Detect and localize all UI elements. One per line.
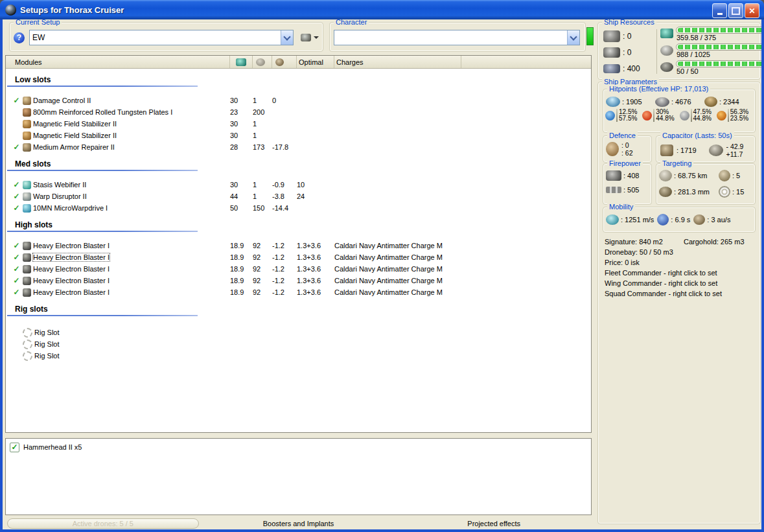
drone-list-item[interactable]: ✓ Hammerhead II x5 [10, 442, 587, 452]
module-row[interactable]: ✓Damage Control II 3010 [6, 95, 591, 106]
setup-tools-button[interactable] [298, 32, 321, 43]
em-resist-icon [605, 111, 615, 121]
pg-value: 1 [253, 120, 272, 128]
pg-value: 1 [253, 192, 272, 200]
optimal-value: 1.3+3.6 [297, 288, 334, 296]
bottom-bar: Active drones: 5 / 5 Boosters and Implan… [5, 518, 592, 529]
kinetic-resist-stat: 47.5%44.8% [680, 109, 717, 122]
cap-value: -1.2 [272, 253, 297, 261]
pg-value: 1 [253, 97, 272, 104]
pg-value: 1 [253, 181, 272, 189]
module-row[interactable]: ✓Medium Armor Repairer II 28173-17.8 [6, 141, 591, 153]
module-name: Heavy Electron Blaster I [33, 288, 110, 296]
active-drones-button[interactable]: Active drones: 5 / 5 [7, 518, 199, 529]
ship-resources-label: Ship Resources [602, 19, 656, 27]
sensor-strength-icon [719, 186, 730, 198]
module-icon [23, 97, 31, 105]
module-row[interactable]: ✓Heavy Electron Blaster I 18.992-1.21.3+… [6, 286, 591, 298]
module-row-selected[interactable]: ✓Heavy Electron Blaster I 18.992-1.21.3+… [6, 251, 591, 263]
section-title-rig-slots: Rig slots [6, 298, 591, 315]
boosters-implants-button[interactable]: Boosters and Implants [263, 520, 334, 527]
structure-hp-value: : 2344 [719, 98, 739, 106]
hitpoints-label: Hitpoints (Effective HP: 17,013) [607, 85, 710, 93]
optimal-value: 1.3+3.6 [297, 242, 334, 249]
sensor-strength-value: : 15 [732, 188, 744, 196]
targeting-group: Targeting : 68.75 km : 5 : 281.3 mm : 15 [656, 163, 756, 205]
check-icon: ✓ [12, 253, 21, 262]
combo-arrow-button[interactable] [281, 30, 293, 45]
current-setup-select[interactable]: EW [29, 30, 294, 45]
dronebay-value: 50 / 50 [677, 67, 761, 75]
shield-hp-stat: : 1905 [606, 97, 655, 107]
check-icon: ✓ [12, 264, 21, 273]
window-title: Setups for Thorax Cruiser [20, 5, 124, 15]
turret-dps-icon [606, 170, 621, 181]
combo-arrow-button[interactable] [567, 30, 579, 45]
powergrid-bar [676, 43, 761, 51]
mobility-group: Mobility : 1251 m/s : 6.9 s : 3 au/s [603, 207, 756, 233]
module-icon [23, 108, 31, 117]
firepower-group: Firepower : 408 : 505 [603, 163, 652, 205]
module-row[interactable]: Magnetic Field Stabilizer II 301 [6, 130, 591, 141]
drone-checkbox[interactable]: ✓ [10, 443, 19, 452]
squad-commander-info[interactable]: Squad Commander - right click to set [605, 288, 756, 299]
module-name: Heavy Electron Blaster I [33, 277, 110, 284]
check-icon: ✓ [12, 96, 21, 105]
check-icon: ✓ [12, 288, 21, 297]
scan-resolution-value: : 281.3 mm [674, 188, 710, 196]
dps-value: : 408 [623, 172, 639, 179]
pg-value: 200 [253, 108, 272, 116]
rig-slot-row[interactable]: Rig Slot [6, 338, 591, 350]
cpu-bar [676, 27, 761, 34]
module-name: Heavy Electron Blaster I [33, 242, 110, 249]
wing-commander-info[interactable]: Wing Commander - right click to set [605, 278, 756, 288]
cpu-value: 44 [230, 192, 253, 200]
ship-parameters-group: Ship Parameters Hitpoints (Effective HP:… [597, 82, 761, 524]
pg-value: 92 [253, 242, 272, 249]
dronebay-icon [660, 62, 673, 72]
module-row[interactable]: ✓Heavy Electron Blaster I 18.992-1.21.3+… [6, 275, 591, 286]
drones-panel: ✓ Hammerhead II x5 [5, 438, 592, 515]
character-value [334, 30, 567, 45]
armor-icon [655, 97, 669, 107]
close-button[interactable]: ✕ [745, 3, 759, 18]
launcher-hardpoint-icon [603, 47, 620, 58]
rig-slot-row[interactable]: Rig Slot [6, 350, 591, 362]
cap-recharge-value: +11.7 [726, 150, 743, 158]
module-row[interactable]: ✓10MN MicroWarpdrive I 50150-14.4 [6, 202, 591, 214]
scan-resolution-stat: : 281.3 mm [659, 186, 719, 198]
module-row[interactable]: ✓Heavy Electron Blaster I 18.992-1.21.3+… [6, 240, 591, 251]
help-icon[interactable]: ? [14, 32, 25, 43]
optimal-column-header: Optimal [297, 56, 334, 68]
cpu-value: 18.9 [230, 277, 253, 284]
modules-panel: Modules Optimal Charges Low slots ✓Damag… [5, 55, 592, 433]
scan-resolution-icon [659, 187, 672, 197]
cpu-icon [660, 29, 673, 38]
module-row[interactable]: ✓Warp Disruptor II 441-3.824 [6, 191, 591, 202]
maximize-button[interactable] [728, 3, 743, 18]
minimize-button[interactable] [712, 3, 727, 18]
module-row[interactable]: 800mm Reinforced Rolled Tungsten Plates … [6, 106, 591, 118]
title-bar[interactable]: Setups for Thorax Cruiser ✕ [0, 0, 764, 19]
modules-list: Low slots ✓Damage Control II 3010 800mm … [6, 69, 591, 433]
cpu-value: 28 [230, 143, 253, 151]
projected-effects-button[interactable]: Projected effects [467, 520, 520, 527]
empty-rig-icon [23, 340, 32, 349]
cap-value: -17.8 [272, 143, 297, 151]
fleet-commander-info[interactable]: Fleet Commander - right click to set [605, 268, 756, 278]
app-window: Setups for Thorax Cruiser ✕ Current Setu… [0, 0, 764, 532]
powergrid-column-header [253, 56, 272, 68]
character-select[interactable] [334, 30, 580, 45]
chevron-down-icon [283, 33, 290, 40]
module-row[interactable]: ✓Heavy Electron Blaster I 18.992-1.21.3+… [6, 263, 591, 275]
explosive-resist-stat: 56.3%23.5% [717, 109, 754, 122]
cpu-value: 30 [230, 132, 253, 139]
module-row[interactable]: Magnetic Field Stabilizer II 301 [6, 118, 591, 130]
section-divider [7, 231, 198, 232]
rig-slot-row[interactable]: Rig Slot [6, 327, 591, 338]
kinetic-resist-icon [680, 111, 689, 121]
shield-hp-value: : 1905 [622, 98, 642, 106]
module-row[interactable]: ✓Stasis Webifier II 301-0.910 [6, 179, 591, 191]
cap-value: -1.2 [272, 277, 297, 284]
cap-value: -3.8 [272, 192, 297, 200]
